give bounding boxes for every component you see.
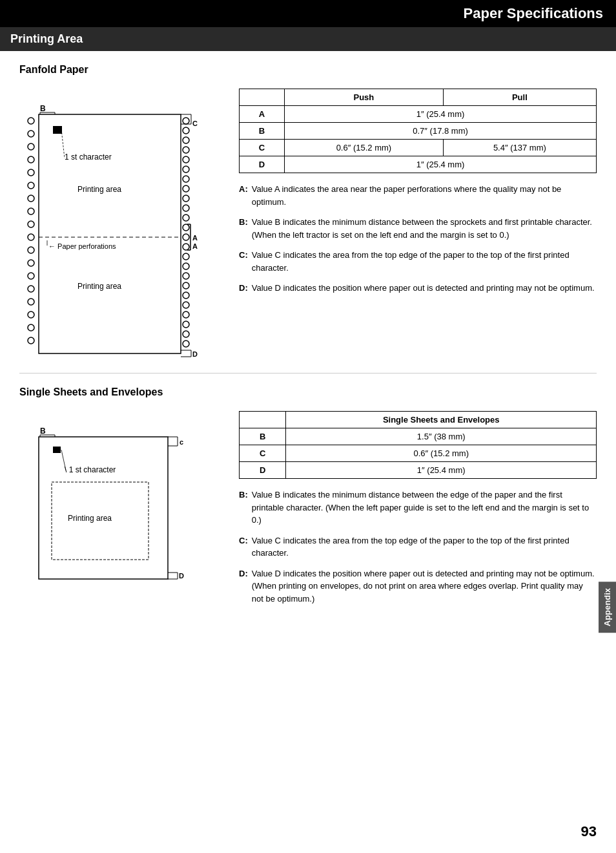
ss-row-label-d: D — [240, 462, 286, 479]
svg-point-10 — [28, 247, 34, 253]
svg-rect-46 — [53, 126, 62, 134]
desc-d-text: Value D indicates the position where pap… — [252, 282, 595, 295]
single-sheet-diagram: B c \ 1 st character Printing area — [19, 411, 220, 613]
row-label-d: D — [240, 156, 285, 173]
svg-point-34 — [183, 273, 189, 279]
row-label-b: B — [240, 123, 285, 140]
svg-point-9 — [28, 234, 34, 240]
desc-b: B: Value B indicates the minimum distanc… — [239, 216, 597, 241]
fanfold-section: B 1 st character Printing area A A — [19, 89, 597, 360]
svg-point-41 — [183, 341, 189, 347]
desc-a-label: A: — [239, 183, 248, 208]
svg-point-23 — [183, 166, 189, 173]
single-sheets-specs-table: Single Sheets and Envelopes B 1.5″ (38 m… — [239, 411, 597, 479]
fanfold-diagram: B 1 st character Printing area A A — [19, 89, 220, 360]
ss-desc-d: D: Value D indicates the position where … — [239, 567, 597, 606]
single-sheets-descriptions: B: Value B indicates the minimum distanc… — [239, 489, 597, 605]
svg-point-15 — [28, 311, 34, 318]
svg-point-14 — [28, 299, 34, 305]
svg-point-7 — [28, 208, 34, 215]
svg-point-21 — [183, 147, 189, 153]
table-row: A 1″ (25.4 mm) — [240, 106, 597, 123]
page-header: Paper Specifications — [0, 0, 616, 27]
ss-d-label: D — [179, 572, 184, 580]
fanfold-svg: B 1 st character Printing area A A — [19, 89, 213, 360]
desc-a: A: Value A indicates the area near the p… — [239, 183, 597, 208]
svg-point-29 — [183, 224, 189, 231]
section-bar: Printing Area — [0, 27, 616, 51]
ss-row-label-b: B — [240, 428, 286, 445]
svg-text:A: A — [192, 242, 198, 250]
svg-point-39 — [183, 321, 189, 328]
svg-point-28 — [183, 215, 189, 221]
table-row: D 1″ (25.4 mm) — [240, 462, 597, 479]
diagram-first-char: 1 st character — [65, 153, 112, 162]
table-empty-header — [240, 89, 285, 106]
row-value-c-pull: 5.4″ (137 mm) — [443, 140, 596, 156]
svg-point-32 — [183, 253, 189, 260]
svg-rect-67 — [53, 447, 61, 453]
ss-desc-c-text: Value C indicates the area from the top … — [252, 534, 597, 560]
diagram-c-label: C — [192, 120, 198, 127]
ss-row-value-c: 0.6″ (15.2 mm) — [286, 445, 597, 462]
desc-c-text: Value C indicates the area from the top … — [252, 249, 597, 274]
svg-point-31 — [183, 244, 189, 250]
svg-point-27 — [183, 205, 189, 211]
ss-row-value-b: 1.5″ (38 mm) — [286, 428, 597, 445]
desc-c: C: Value C indicates the area from the t… — [239, 249, 597, 274]
single-sheets-table-area: Single Sheets and Envelopes B 1.5″ (38 m… — [239, 411, 597, 613]
main-content: Fanfold Paper — [0, 51, 616, 638]
svg-point-17 — [28, 337, 34, 344]
desc-d: D: Value D indicates the position where … — [239, 282, 597, 295]
svg-point-24 — [183, 176, 189, 182]
table-row: B 0.7″ (17.8 mm) — [240, 123, 597, 140]
appendix-tab: Appendix — [599, 582, 616, 633]
svg-point-18 — [183, 118, 189, 124]
desc-c-label: C: — [239, 249, 248, 274]
svg-point-5 — [28, 182, 34, 189]
svg-point-25 — [183, 185, 189, 192]
ss-desc-c: C: Value C indicates the area from the t… — [239, 534, 597, 560]
ss-empty-header — [240, 412, 286, 428]
ss-desc-b: B: Value B indicates the minimum distanc… — [239, 489, 597, 527]
diagram-printing-area-2: Printing area — [77, 282, 121, 291]
pull-header: Pull — [443, 89, 596, 106]
ss-desc-c-label: C: — [239, 534, 248, 560]
fanfold-specs-table: Push Pull A 1″ (25.4 mm) B 0.7″ (17.8 mm… — [239, 89, 597, 173]
diagram-b-label: B — [40, 104, 46, 113]
ss-b-label: B — [40, 426, 46, 436]
diagram-a-label: A — [192, 234, 198, 242]
svg-point-0 — [28, 118, 34, 124]
svg-point-37 — [183, 302, 189, 308]
ss-printing-area: Printing area — [68, 514, 112, 523]
desc-b-text: Value B indicates the minimum distance b… — [252, 216, 597, 241]
ss-desc-d-text: Value D indicates the position where pap… — [252, 567, 597, 606]
svg-point-12 — [28, 273, 34, 279]
svg-point-22 — [183, 156, 189, 163]
header-title: Paper Specifications — [464, 5, 603, 21]
diagram-d-label: D — [192, 350, 198, 358]
push-header: Push — [285, 89, 444, 106]
single-sheets-subtitle: Single Sheets and Envelopes — [19, 386, 597, 398]
single-sheets-section: B c \ 1 st character Printing area — [19, 411, 597, 613]
ss-first-char: \ 1 st character — [65, 465, 116, 474]
ss-desc-b-text: Value B indicates the minimum distance b… — [252, 489, 597, 527]
table-row: C 0.6″ (15.2 mm) 5.4″ (137 mm) — [240, 140, 597, 156]
svg-point-36 — [183, 292, 189, 299]
desc-d-label: D: — [239, 282, 248, 295]
svg-point-35 — [183, 282, 189, 289]
ss-desc-d-label: D: — [239, 567, 248, 606]
svg-point-19 — [183, 127, 189, 134]
svg-point-1 — [28, 131, 34, 137]
svg-point-26 — [183, 195, 189, 202]
desc-b-label: B: — [239, 216, 248, 241]
ss-c-label: c — [180, 438, 183, 446]
svg-point-40 — [183, 331, 189, 337]
table-row: C 0.6″ (15.2 mm) — [240, 445, 597, 462]
svg-point-3 — [28, 156, 34, 163]
svg-point-33 — [183, 263, 189, 269]
row-value-c-push: 0.6″ (15.2 mm) — [285, 140, 444, 156]
row-value-a: 1″ (25.4 mm) — [285, 106, 597, 123]
row-label-a: A — [240, 106, 285, 123]
svg-point-20 — [183, 137, 189, 143]
